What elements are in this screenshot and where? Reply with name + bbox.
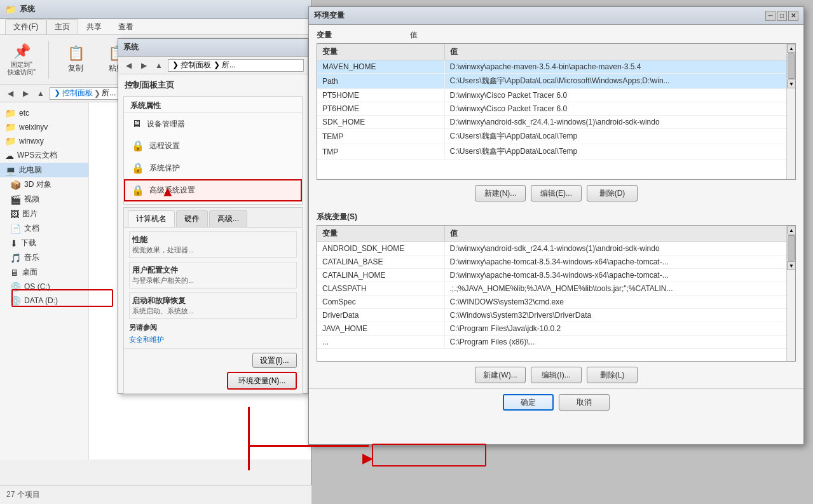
tab-file[interactable]: 文件(F) (5, 19, 46, 34)
system-protection-item[interactable]: 🔒 系统保护 (124, 157, 302, 179)
system-var-row[interactable]: DriverDataC:\Windows\System32\Drivers\Dr… (317, 309, 795, 322)
sidebar-item-etc[interactable]: 📁 etc (0, 106, 88, 120)
sidebar-item-downloads[interactable]: ⬇ 下载 (0, 236, 88, 250)
device-manager-item[interactable]: 🖥 设备管理器 (124, 113, 302, 135)
user-var-row[interactable]: MAVEN_HOMED:\winwxy\apache-maven-3.5.4-b… (317, 60, 795, 74)
sidebar-item-videos[interactable]: 🎬 视频 (0, 192, 88, 207)
sidebar-label: OS (C:) (24, 282, 50, 291)
user-var-value: D:\winwxy\Cisco Packet Tracer 6.0 (444, 89, 795, 102)
system-var-row[interactable]: JAVA_HOMEC:\Program Files\Java\jdk-10.0.… (317, 322, 795, 336)
system-var-row[interactable]: ComSpecC:\WINDOWS\system32\cmd.exe (317, 296, 795, 309)
sidebar-item-this-pc[interactable]: 💻 此电脑 (0, 163, 88, 177)
settings-button[interactable]: 设置(I)... (252, 353, 297, 368)
sys-var-value: D:\winwxy\apache-tomcat-8.5.34-windows-x… (444, 255, 795, 269)
system-protection-icon: 🔒 (132, 162, 144, 174)
startup-section: 启动和故障恢复 系统启动、系统故... (129, 292, 297, 319)
remote-settings-icon: 🔒 (132, 140, 144, 152)
user-var-row[interactable]: TEMPC:\Users\魏鑫宇\AppData\Local\Temp (317, 129, 795, 144)
sidebar-item-wps[interactable]: ☁ WPS云文档 (0, 148, 88, 163)
system-var-row[interactable]: ...C:\Program Files (x86)\... (317, 336, 795, 349)
system-table-scrollbar[interactable]: ▲ ▼ (786, 226, 795, 361)
user-var-name: MAVEN_HOME (317, 60, 444, 74)
breadcrumb-current: 所... (102, 88, 116, 99)
downloads-icon: ⬇ (10, 238, 18, 249)
system-new-button[interactable]: 新建(W)... (475, 367, 526, 383)
sys-scroll-thumb[interactable] (788, 235, 795, 261)
tab-advanced[interactable]: 高级... (209, 210, 247, 227)
sidebar-item-c-drive[interactable]: 💿 OS (C:) (0, 280, 88, 294)
pin-to-quick-access-button[interactable]: 📌 固定到"快速访问" (5, 40, 38, 79)
user-profiles-desc: 与登录帐户相关的... (132, 276, 294, 285)
cp-address-bar[interactable]: ❯ 控制面板 ❯ 所... (168, 59, 304, 72)
forward-button[interactable]: ▶ (19, 87, 32, 100)
sidebar-item-music[interactable]: 🎵 音乐 (0, 250, 88, 265)
user-var-row[interactable]: PT6HOMED:\winwxy\Cisco Packet Tracer 6.0 (317, 102, 795, 116)
env-variables-button[interactable]: 环境变量(N)... (227, 372, 297, 390)
user-var-row[interactable]: SDK_HOMED:\winwxy\android-sdk_r24.4.1-wi… (317, 116, 795, 129)
cancel-button[interactable]: 取消 (559, 394, 610, 411)
documents-icon: 📄 (10, 224, 21, 234)
sidebar-item-d-drive[interactable]: 💿 DATA (D:) (0, 294, 88, 308)
security-maintenance-link[interactable]: 安全和维护 (129, 335, 297, 344)
tab-home[interactable]: 主页 (46, 19, 78, 34)
sidebar-item-pictures[interactable]: 🖼 图片 (0, 207, 88, 221)
tab-share[interactable]: 共享 (78, 19, 110, 34)
startup-desc: 系统启动、系统故... (132, 306, 294, 316)
folder-icon: 📁 (5, 122, 16, 132)
sys-props-content: 性能 视觉效果，处理器... 用户配置文件 与登录帐户相关的... 启动和故障恢… (124, 228, 302, 348)
system-delete-button[interactable]: 删除(L) (587, 367, 638, 383)
scroll-up-button[interactable]: ▲ (787, 44, 796, 53)
sys-var-name: CATALINA_BASE (317, 255, 444, 269)
tab-computer-name[interactable]: 计算机名 (128, 210, 175, 227)
system-var-row[interactable]: CATALINA_HOMED:\winwxy\apache-tomcat-8.5… (317, 269, 795, 282)
annotation-envbtn-box (372, 444, 486, 467)
sys-scroll-down-button[interactable]: ▼ (787, 261, 796, 270)
sidebar-label: 桌面 (22, 267, 38, 278)
sys-var-name: ... (317, 336, 444, 349)
remote-settings-item[interactable]: 🔒 远程设置 (124, 135, 302, 157)
cp-up-button[interactable]: ▲ (153, 59, 165, 72)
ok-button[interactable]: 确定 (503, 394, 554, 411)
sidebar-item-weixinyv[interactable]: 📁 weixinyv (0, 120, 88, 134)
scroll-thumb[interactable] (788, 53, 795, 79)
scroll-down-button[interactable]: ▼ (787, 79, 796, 88)
cp-forward-button[interactable]: ▶ (137, 59, 150, 72)
up-button[interactable]: ▲ (34, 87, 47, 100)
sidebar-item-3d[interactable]: 📦 3D 对象 (0, 177, 88, 192)
system-edit-button[interactable]: 编辑(I)... (531, 367, 582, 383)
close-button[interactable]: ✕ (788, 11, 798, 21)
sys-scroll-up-button[interactable]: ▲ (787, 226, 796, 235)
breadcrumb-control-panel[interactable]: ❯ 控制面板 (54, 88, 93, 99)
sys-props-title: 系统属性 (124, 99, 302, 113)
user-vars-label: 变量 值 (309, 25, 803, 43)
user-var-row[interactable]: TMPC:\Users\魏鑫宇\AppData\Local\Temp (317, 144, 795, 160)
tab-hardware[interactable]: 硬件 (176, 210, 208, 227)
cp-back-button[interactable]: ◀ (122, 59, 135, 72)
system-var-row[interactable]: CLASSPATH.;.;%JAVA_HOME%lib;%JAVA_HOME%l… (317, 282, 795, 296)
sidebar-item-documents[interactable]: 📄 文档 (0, 221, 88, 236)
other-section-label: 另请参阅 (129, 323, 297, 332)
minimize-button[interactable]: ─ (765, 11, 775, 21)
sidebar-item-winwxy[interactable]: 📁 winwxy (0, 134, 88, 148)
system-var-row[interactable]: CATALINA_BASED:\winwxy\apache-tomcat-8.5… (317, 255, 795, 269)
sys-var-header: 变量 (317, 226, 444, 242)
copy-button[interactable]: 📋 复制 (59, 42, 92, 77)
sidebar-label: 此电脑 (19, 165, 42, 175)
maximize-button[interactable]: □ (777, 11, 787, 21)
user-delete-button[interactable]: 删除(D) (587, 185, 638, 201)
env-dialog-title: 环境变量 (314, 10, 345, 21)
back-button[interactable]: ◀ (4, 87, 17, 100)
user-table-scrollbar[interactable]: ▲ ▼ (786, 44, 795, 179)
tab-view[interactable]: 查看 (110, 19, 142, 34)
advanced-system-settings-item[interactable]: 🔒 高级系统设置 (124, 179, 302, 201)
user-edit-button[interactable]: 编辑(E)... (531, 185, 582, 201)
user-var-row[interactable]: PathC:\Users\魏鑫宇\AppData\Local\Microsoft… (317, 74, 795, 89)
sys-var-name: JAVA_HOME (317, 322, 444, 336)
user-var-row[interactable]: PT5HOMED:\winwxy\Cisco Packet Tracer 6.0 (317, 89, 795, 102)
system-var-row[interactable]: ANDROID_SDK_HOMED:\winwxy\android-sdk_r2… (317, 242, 795, 255)
user-var-value: D:\winwxy\Cisco Packet Tracer 6.0 (444, 102, 795, 116)
env-dialog-footer: 确定 取消 (309, 388, 803, 416)
sidebar-item-desktop[interactable]: 🖥 桌面 (0, 265, 88, 280)
user-new-button[interactable]: 新建(N)... (475, 185, 526, 201)
sys-var-value: D:\winwxy\apache-tomcat-8.5.34-windows-x… (444, 269, 795, 282)
